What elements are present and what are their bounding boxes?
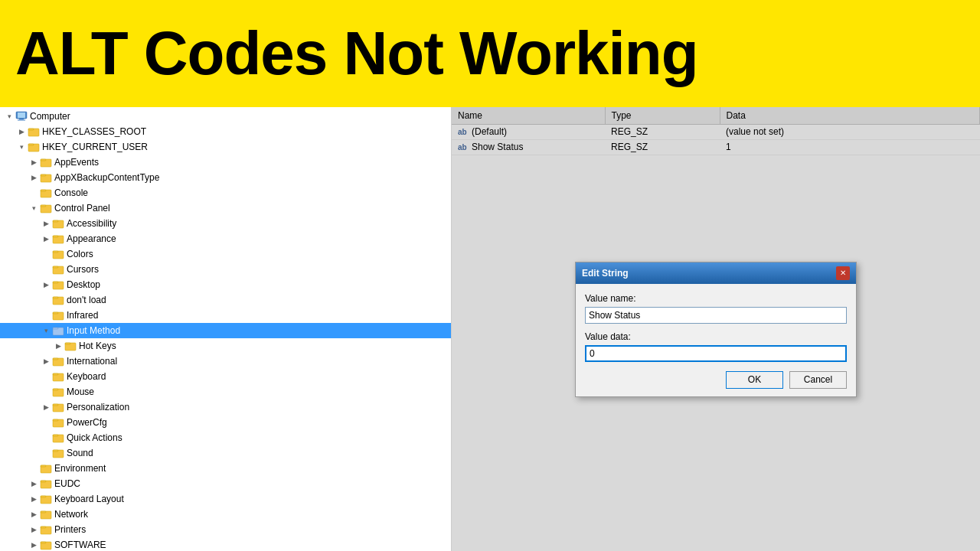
- folder-icon-environment: [40, 463, 52, 474]
- tree-item-sound[interactable]: ▶ Sound: [0, 445, 451, 461]
- dialog-close-button[interactable]: ✕: [836, 266, 850, 280]
- svg-rect-3: [18, 120, 25, 121]
- folder-icon-printers: [40, 524, 52, 535]
- tree-label-accessibility: Accessibility: [67, 218, 116, 229]
- tree-item-printers[interactable]: ▶ Printers: [0, 522, 451, 537]
- expand-icon-international: ▶: [40, 355, 52, 367]
- dialog-titlebar: Edit String ✕: [576, 262, 856, 284]
- tree-label-keyboard: Keyboard: [67, 371, 106, 382]
- tree-label-dontload: don't load: [67, 295, 106, 305]
- tree-item-inputmethod[interactable]: ▾ Input Method: [0, 323, 451, 338]
- tree-item-cursors[interactable]: ▶ Cursors: [0, 262, 451, 277]
- tree-label-console: Console: [54, 187, 88, 198]
- tree-item-quickactions[interactable]: ▶ Quick Actions: [0, 430, 451, 445]
- svg-rect-7: [28, 144, 34, 145]
- tree-item-accessibility[interactable]: ▶ Accessibility: [0, 216, 451, 231]
- cancel-button[interactable]: Cancel: [789, 371, 847, 389]
- tree-item-colors[interactable]: ▶ Colors: [0, 246, 451, 262]
- svg-rect-27: [53, 297, 58, 298]
- svg-rect-57: [41, 527, 46, 528]
- tree-item-dontload[interactable]: ▶ don't load: [0, 292, 451, 308]
- tree-label-quickactions: Quick Actions: [67, 432, 122, 443]
- tree-item-console[interactable]: ▶ Console: [0, 185, 451, 201]
- tree-label-cursors: Cursors: [67, 264, 99, 275]
- svg-rect-49: [41, 465, 46, 467]
- svg-rect-13: [41, 190, 46, 191]
- folder-icon-software: [40, 540, 52, 550]
- tree-label-computer: Computer: [30, 111, 70, 122]
- expand-icon-computer: ▾: [3, 110, 15, 122]
- edit-string-dialog: Edit String ✕ Value name: Value data: OK…: [575, 262, 857, 397]
- tree-label-appxbackup: AppXBackupContentType: [54, 172, 159, 183]
- svg-rect-23: [53, 266, 58, 268]
- tree-item-hkcr[interactable]: ▶ HKEY_CLASSES_ROOT: [0, 124, 451, 139]
- tree-label-international: International: [67, 356, 117, 367]
- svg-rect-35: [53, 358, 58, 360]
- svg-rect-47: [53, 450, 58, 452]
- folder-icon-accessibility: [52, 218, 64, 229]
- svg-rect-2: [19, 119, 24, 120]
- tree-label-personalization: Personalization: [67, 402, 129, 412]
- tree-item-keyboardlayout[interactable]: ▶ Keyboard Layout: [0, 491, 451, 507]
- tree-label-colors: Colors: [67, 249, 93, 259]
- tree-item-mouse[interactable]: ▶ Mouse: [0, 384, 451, 399]
- tree-item-software[interactable]: ▶ SOFTWARE: [0, 537, 451, 551]
- banner-title: ALT Codes Not Working: [15, 23, 698, 84]
- svg-rect-59: [41, 542, 46, 543]
- svg-rect-45: [53, 435, 58, 436]
- tree-label-network: Network: [54, 509, 88, 520]
- svg-rect-25: [53, 282, 58, 283]
- tree-label-hkcu: HKEY_CURRENT_USER: [42, 142, 148, 152]
- svg-rect-19: [53, 236, 58, 237]
- folder-icon-keyboardlayout: [40, 494, 52, 504]
- tree-item-appearance[interactable]: ▶ Appearance: [0, 231, 451, 246]
- value-data-input[interactable]: [585, 345, 847, 362]
- svg-rect-37: [53, 373, 58, 375]
- tree-label-controlpanel: Control Panel: [54, 203, 110, 214]
- folder-icon-network: [40, 509, 52, 520]
- svg-rect-31: [53, 328, 58, 329]
- svg-rect-9: [41, 159, 46, 161]
- folder-icon-eudc: [40, 478, 52, 489]
- tree-item-hotkeys[interactable]: ▶ Hot Keys: [0, 338, 451, 354]
- tree-label-printers: Printers: [54, 524, 86, 535]
- folder-icon-console: [40, 187, 52, 198]
- tree-item-hkcu[interactable]: ▾ HKEY_CURRENT_USER: [0, 139, 451, 155]
- tree-item-keyboard[interactable]: ▶ Keyboard: [0, 369, 451, 384]
- tree-label-environment: Environment: [54, 463, 106, 474]
- folder-icon-sound: [52, 448, 64, 458]
- tree-item-appxbackup[interactable]: ▶ AppXBackupContentType: [0, 170, 451, 185]
- value-name-input[interactable]: [585, 307, 847, 324]
- expand-icon-keyboardlayout: ▶: [28, 493, 40, 505]
- svg-rect-21: [53, 251, 58, 253]
- tree-label-powercfg: PowerCfg: [67, 417, 107, 428]
- tree-item-powercfg[interactable]: ▶ PowerCfg: [0, 415, 451, 430]
- tree-item-appevents[interactable]: ▶ AppEvents: [0, 155, 451, 170]
- tree-item-desktop[interactable]: ▶ Desktop: [0, 277, 451, 292]
- tree-item-computer[interactable]: ▾ Computer: [0, 109, 451, 124]
- tree-item-network[interactable]: ▶ Network: [0, 507, 451, 522]
- tree-item-international[interactable]: ▶ International: [0, 354, 451, 369]
- expand-icon-accessibility: ▶: [40, 217, 52, 230]
- tree-label-hkcr: HKEY_CLASSES_ROOT: [42, 126, 146, 137]
- tree-label-desktop: Desktop: [67, 279, 100, 290]
- folder-icon-controlpanel: [40, 203, 52, 214]
- folder-icon-infrared: [52, 310, 64, 321]
- tree-item-environment[interactable]: ▶ Environment: [0, 461, 451, 476]
- folder-icon-powercfg: [52, 417, 64, 428]
- tree-item-controlpanel[interactable]: ▾ Control Panel: [0, 201, 451, 216]
- folder-icon-appxbackup: [40, 172, 52, 183]
- svg-rect-15: [41, 205, 46, 207]
- ok-button[interactable]: OK: [726, 371, 783, 389]
- folder-icon-hotkeys: [64, 341, 77, 351]
- tree-label-appevents: AppEvents: [54, 157, 99, 168]
- expand-icon-printers: ▶: [28, 523, 40, 536]
- svg-rect-53: [41, 496, 46, 497]
- expand-icon-controlpanel: ▾: [28, 202, 40, 214]
- tree-item-personalization[interactable]: ▶ Personalization: [0, 399, 451, 415]
- registry-tree: ▾ Computer ▶ HKEY_CLASSES_ROOT: [0, 109, 451, 551]
- tree-item-infrared[interactable]: ▶ Infrared: [0, 308, 451, 323]
- svg-rect-41: [53, 404, 58, 406]
- folder-icon-colors: [52, 249, 64, 259]
- tree-item-eudc[interactable]: ▶ EUDC: [0, 476, 451, 491]
